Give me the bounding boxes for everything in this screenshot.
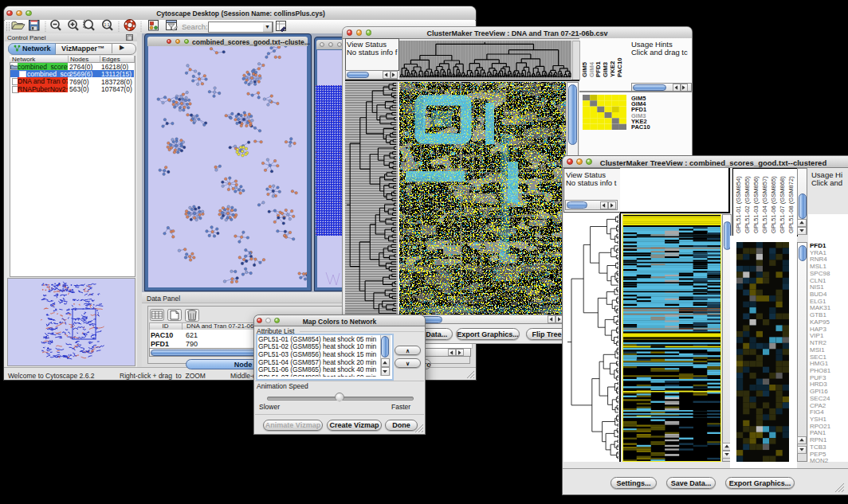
svg-text:GIM4: GIM4 bbox=[588, 61, 595, 77]
svg-text:GPL51-03 (GSM856): GPL51-03 (GSM856) bbox=[752, 176, 760, 233]
svg-text:GIM3: GIM3 bbox=[602, 61, 609, 77]
svg-text:PFD1: PFD1 bbox=[595, 61, 602, 77]
svg-text:GPL51-07 (GSM868): GPL51-07 (GSM868) bbox=[779, 176, 786, 233]
svg-text:1:1: 1:1 bbox=[104, 22, 110, 27]
svg-text:GPL51-01 (GSM854): GPL51-01 (GSM854) bbox=[735, 176, 742, 233]
svg-text:GPL51-02 (GSM855): GPL51-02 (GSM855) bbox=[744, 176, 751, 233]
svg-text:GPL51-06 (GSM865): GPL51-06 (GSM865) bbox=[770, 176, 777, 233]
svg-text:PAC10: PAC10 bbox=[616, 57, 623, 77]
svg-text:YKE2: YKE2 bbox=[609, 61, 616, 77]
svg-text:GPL51-08 (GSM872): GPL51-08 (GSM872) bbox=[787, 176, 795, 233]
svg-text:GIM5: GIM5 bbox=[581, 61, 588, 77]
svg-text:GPL51-04 (GSM857): GPL51-04 (GSM857) bbox=[761, 176, 768, 233]
